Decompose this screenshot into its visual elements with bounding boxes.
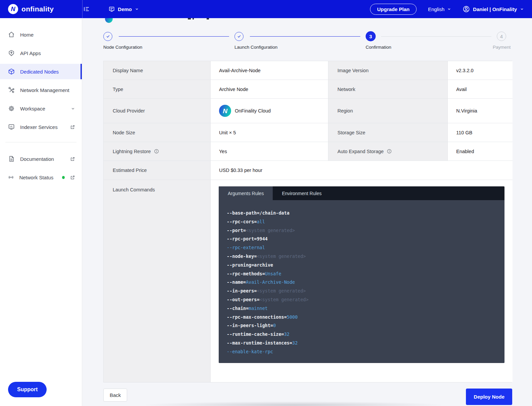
row-label-lightning-restore: Lightning Restore	[104, 142, 211, 161]
onfinality-logo-icon: N	[8, 4, 18, 14]
workspace-icon	[109, 6, 115, 12]
row-value: Yes	[211, 142, 328, 161]
info-icon[interactable]	[387, 149, 392, 154]
network-logo-icon	[105, 18, 113, 23]
code-line: --max-runtime-instances=32	[227, 339, 496, 348]
sidebar-item-indexer-services[interactable]: Indexer Services	[0, 119, 82, 135]
brand-name: onfinality	[21, 5, 54, 13]
chevron-down-icon[interactable]	[71, 106, 75, 111]
info-icon[interactable]	[154, 149, 159, 154]
row-value: Avail	[448, 80, 513, 99]
deploy-node-button[interactable]: Deploy Node	[466, 389, 512, 405]
sidebar: Home API Apps Dedicated Nodes Network Ma…	[0, 18, 82, 406]
rules-tab-bar: Arguments Rules Environment Rules	[219, 186, 504, 200]
step-check-icon	[234, 32, 244, 41]
code-line: --rpc-external	[227, 243, 496, 252]
user-name: Daniel | OnFinality	[473, 6, 517, 12]
tab-arguments-rules[interactable]: Arguments Rules	[219, 186, 273, 200]
node-summary-table: Display Name Avail-Archive-Node Image Ve…	[103, 61, 512, 382]
main-content: Node Configuration Launch Configuration …	[82, 18, 532, 406]
chevron-down-icon	[135, 7, 139, 11]
sidebar-item-network-status[interactable]: Network Status	[0, 170, 82, 185]
row-label: Storage Size	[328, 123, 448, 142]
clipped-page-title	[103, 18, 512, 23]
code-line: --enable-kate-rpc	[227, 348, 496, 356]
row-label: Image Version	[328, 61, 448, 80]
stepper-connector	[119, 36, 229, 37]
sidebar-item-api-apps[interactable]: API Apps	[0, 45, 82, 61]
gear-icon	[8, 105, 15, 112]
code-line: --pruning=archive	[227, 261, 496, 270]
sidebar-item-home[interactable]: Home	[0, 27, 82, 42]
cloud-provider-name: OnFinality Cloud	[235, 108, 271, 114]
svg-text:N: N	[223, 107, 228, 115]
launch-commands-cell: Arguments Rules Environment Rules --base…	[211, 180, 513, 382]
external-link-icon	[70, 125, 75, 130]
code-line: --rpc-cors=all	[227, 218, 496, 226]
upgrade-plan-button[interactable]: Upgrade Plan	[370, 4, 417, 15]
deployment-stepper: Node Configuration Launch Configuration …	[103, 31, 512, 53]
sidebar-divider	[5, 142, 76, 142]
language-selector[interactable]: English	[428, 6, 451, 12]
broadcast-icon	[8, 174, 14, 181]
sidebar-item-network-management[interactable]: Network Management	[0, 82, 82, 98]
sidebar-item-label: Workspace	[20, 106, 45, 111]
sidebar-item-dedicated-nodes[interactable]: Dedicated Nodes	[0, 64, 82, 79]
step-node-configuration[interactable]: Node Configuration	[103, 31, 113, 41]
row-label: Display Name	[104, 61, 211, 80]
external-link-icon	[70, 156, 75, 162]
row-value: 110 GB	[448, 123, 513, 142]
sidebar-item-label: Home	[20, 32, 34, 38]
row-value: v2.3.2.0	[448, 61, 513, 80]
estimated-price-value: USD $0.33 per hour	[211, 161, 513, 180]
code-line: --port=<system generated>	[227, 226, 496, 235]
chevron-down-icon	[520, 7, 524, 11]
step-label: Launch Configuration	[234, 45, 277, 50]
row-label: Type	[104, 80, 211, 99]
code-line: --in-peers-light=0	[227, 321, 496, 330]
row-label: Network	[328, 80, 448, 99]
row-label: Lightning Restore	[113, 149, 151, 154]
row-label: Cloud Provider	[104, 99, 211, 123]
footer-actions: Back Deploy Node	[103, 389, 512, 405]
row-label: Launch Commands	[104, 180, 211, 382]
code-line: --name=Avail-Archive-Node	[227, 278, 496, 287]
launch-commands-panel: Arguments Rules Environment Rules --base…	[219, 186, 504, 363]
top-navigation-bar: N onfinality Demo Upgrade Plan English	[0, 0, 532, 18]
support-button[interactable]: Support	[8, 382, 47, 397]
code-line: --chain=mainnet	[227, 304, 496, 313]
step-number: 3	[366, 31, 376, 41]
clipped-text-fragment	[188, 18, 191, 19]
workspace-switcher[interactable]: Demo	[109, 6, 139, 12]
row-label: Region	[328, 99, 448, 123]
step-check-icon	[103, 32, 112, 41]
code-line: --out-peers=<system generated>	[227, 296, 496, 304]
user-menu[interactable]: Daniel | OnFinality	[463, 5, 524, 13]
cube-icon	[8, 68, 15, 75]
code-line: --runtime-cache-size=32	[227, 330, 496, 339]
workspace-name: Demo	[118, 6, 132, 12]
row-value: Archive Node	[211, 80, 328, 99]
code-line: --rpc-methods=Unsafe	[227, 270, 496, 278]
step-launch-configuration[interactable]: Launch Configuration	[234, 31, 245, 41]
external-link-icon	[70, 175, 75, 180]
row-label: Node Size	[104, 123, 211, 142]
sidebar-item-label: Network Management	[20, 87, 69, 93]
sidebar-collapse-icon[interactable]	[83, 6, 90, 12]
network-icon	[8, 87, 15, 93]
stepper-connector	[381, 36, 491, 37]
sidebar-item-workspace[interactable]: Workspace	[0, 101, 82, 116]
row-label-auto-expand-storage: Auto Expand Storage	[328, 142, 448, 161]
row-value: Unit × 5	[211, 123, 328, 142]
row-value: Enabled	[448, 142, 513, 161]
tab-environment-rules[interactable]: Environment Rules	[273, 186, 330, 200]
status-green-dot	[62, 176, 65, 179]
code-line: --rpc-port=9944	[227, 235, 496, 243]
code-line: --base-path=/chain-data	[227, 209, 496, 218]
user-avatar-icon	[463, 5, 470, 13]
back-button[interactable]: Back	[103, 389, 127, 402]
onfinality-logo[interactable]: N onfinality	[8, 4, 54, 14]
row-label: Estimated Price	[104, 161, 211, 180]
sidebar-item-documentation[interactable]: Documentation	[0, 151, 82, 167]
sidebar-item-label: Dedicated Nodes	[20, 69, 59, 75]
